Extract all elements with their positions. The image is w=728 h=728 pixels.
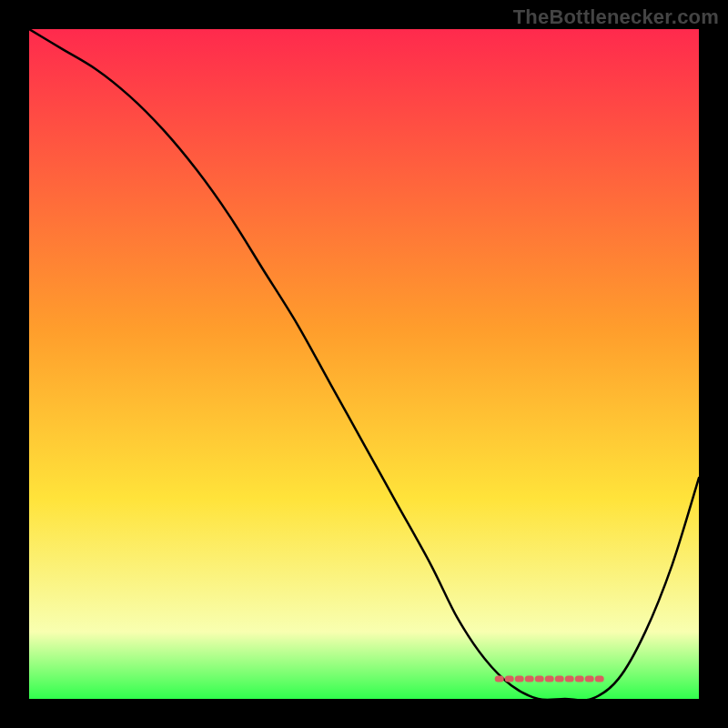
chart-canvas: TheBottlenecker.com: [0, 0, 728, 728]
gradient-background: [29, 29, 699, 699]
watermark-text: TheBottlenecker.com: [513, 5, 719, 29]
chart-svg: [29, 29, 699, 699]
plot-area: [29, 29, 699, 699]
